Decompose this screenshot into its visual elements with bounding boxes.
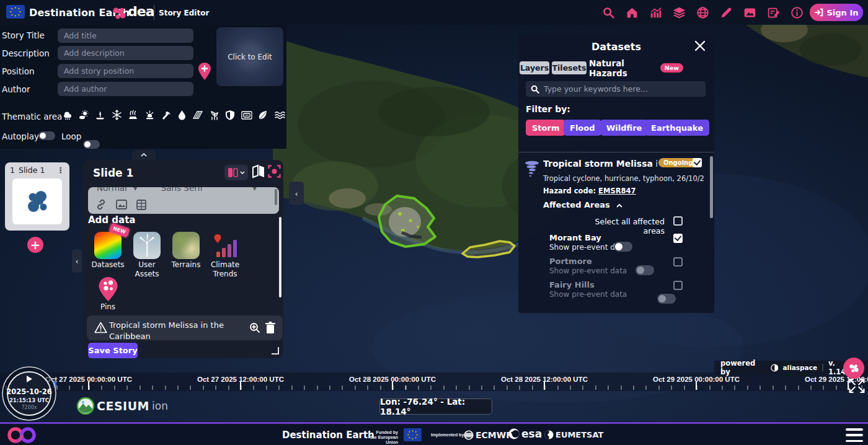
description-label: Description	[2, 48, 50, 58]
loop-label: Loop	[61, 131, 81, 141]
dataset-results-list: Tropical storm Melissa in... Ongoing Tro…	[518, 152, 714, 305]
filter-storm-button[interactable]: Storm	[526, 120, 565, 136]
chevron-up-icon	[141, 153, 147, 157]
info-icon[interactable]	[790, 6, 804, 19]
pre-event-toggle-portmore[interactable]	[636, 265, 654, 275]
preview-pages-icon[interactable]	[252, 164, 265, 179]
dea-feedback-button[interactable]	[843, 358, 864, 379]
area-checkbox-portmore[interactable]	[673, 257, 683, 267]
snow-icon[interactable]	[112, 110, 122, 120]
dataset-checkbox[interactable]	[693, 158, 702, 167]
media-image-icon[interactable]	[743, 6, 756, 19]
save-story-button[interactable]: Save Story	[88, 343, 138, 358]
add-datasets-tool[interactable]: NEW	[94, 232, 122, 259]
weather-icon[interactable]	[79, 110, 89, 120]
slide-thumbnail-image[interactable]	[12, 178, 62, 224]
slide-thumbnail-card[interactable]: 1 Slide 1 ⋮	[5, 162, 69, 231]
clock-date: 2025-10-26	[6, 387, 52, 396]
story-thumbnail-editor[interactable]: Click to Edit	[216, 27, 283, 86]
filter-wildfire-button[interactable]: Wildfire	[600, 120, 648, 136]
dea-placeholder-logo	[23, 187, 51, 216]
tab-tilesets[interactable]: Tilesets	[552, 61, 587, 74]
insert-video-icon[interactable]	[136, 200, 146, 210]
footer-menu-button[interactable]	[846, 428, 863, 442]
slides-collapse-button[interactable]: ‹	[72, 249, 82, 273]
pre-event-toggle-morant-bay[interactable]	[614, 242, 632, 252]
position-input[interactable]	[58, 64, 193, 78]
description-input[interactable]	[58, 46, 193, 60]
slide-menu-kebab-icon[interactable]: ⋮	[57, 165, 65, 175]
map-icon[interactable]	[241, 110, 252, 120]
fullscreen-expand-icon[interactable]	[848, 378, 866, 394]
editor-scrollbar[interactable]	[279, 217, 281, 297]
mining-icon[interactable]	[161, 110, 171, 120]
home-icon[interactable]	[626, 6, 639, 19]
coastal-icon[interactable]	[95, 110, 105, 120]
ongoing-status-badge: Ongoing	[658, 158, 698, 167]
cesium-ion-attribution[interactable]: CESIUM ion	[77, 397, 168, 415]
zoom-to-dataset-icon[interactable]	[249, 322, 260, 333]
water-drop-icon[interactable]	[177, 110, 187, 120]
leaf-icon[interactable]	[258, 110, 268, 120]
editor-collapse-tab[interactable]	[132, 150, 156, 160]
editor-panel-collapse-button[interactable]: ‹	[289, 182, 304, 205]
statistics-icon[interactable]	[649, 6, 662, 19]
area-checkbox-fairy-hills[interactable]	[673, 281, 683, 290]
loop-toggle[interactable]	[83, 140, 100, 149]
close-icon[interactable]	[694, 40, 706, 51]
globe-icon[interactable]	[696, 6, 709, 19]
cesium-wordmark: CESIUM	[97, 399, 149, 413]
slide-layout-select[interactable]	[224, 165, 248, 180]
app-title: Story Editor	[159, 9, 209, 17]
pre-event-toggle-fairy-hills[interactable]	[657, 294, 676, 304]
thematic-icons-row	[62, 110, 286, 120]
add-terrains-tool[interactable]	[172, 232, 200, 259]
climate-trends-icon	[211, 232, 239, 259]
slide-dataset-item[interactable]: Tropical storm Melissa in theCaribbean	[87, 315, 283, 340]
area-checkbox-morant-bay[interactable]	[673, 234, 683, 243]
add-slide-button[interactable]: +	[27, 237, 43, 253]
add-pins-tool[interactable]	[98, 276, 118, 302]
edit-pencil-icon[interactable]	[720, 6, 733, 19]
waves-icon[interactable]	[275, 110, 286, 120]
top-navbar: Destination Earth dea Story Editor Sign …	[0, 0, 868, 25]
stories-icon[interactable]	[767, 6, 780, 19]
paragraph-style-select[interactable]: Normal	[97, 187, 127, 193]
insert-link-icon[interactable]	[95, 199, 107, 210]
delete-dataset-icon[interactable]	[265, 322, 275, 333]
dataset-search-input[interactable]	[544, 84, 701, 94]
tab-natural-hazards[interactable]: Natural Hazards New	[589, 61, 683, 74]
emergency-icon[interactable]	[144, 110, 155, 120]
autoplay-toggle[interactable]	[38, 131, 55, 140]
tool-label-datasets: Datasets	[88, 260, 128, 270]
story-metadata-panel: Story Title Description Position Author …	[0, 25, 286, 149]
datasets-scrollbar[interactable]	[710, 156, 713, 218]
affected-areas-toggle[interactable]: Affected Areas	[543, 200, 622, 209]
search-icon[interactable]	[602, 6, 615, 19]
animation-clock-widget[interactable]: 2025-10-26 21:15:13 UTC 7200x	[1, 366, 57, 421]
select-all-checkbox[interactable]	[673, 216, 683, 226]
toolbar-scrollbar[interactable]	[275, 189, 277, 205]
sign-in-button[interactable]: Sign In	[810, 4, 863, 21]
layers-icon[interactable]	[673, 6, 686, 19]
add-climate-trends-tool[interactable]	[211, 232, 239, 259]
precipitation-icon[interactable]	[62, 110, 73, 120]
crops-icon[interactable]	[210, 110, 219, 120]
story-title-input[interactable]	[58, 29, 193, 43]
filter-flood-button[interactable]: Flood	[564, 120, 601, 136]
focus-view-icon[interactable]	[268, 165, 281, 178]
add-user-assets-tool[interactable]	[133, 232, 161, 259]
panel-resize-handle[interactable]	[272, 347, 279, 355]
eu-flag-icon	[6, 5, 25, 19]
font-family-select[interactable]: Sans Serif	[161, 187, 203, 193]
author-input[interactable]	[58, 82, 193, 96]
geothermal-icon[interactable]	[128, 110, 138, 120]
dataset-result-title[interactable]: Tropical storm Melissa in...	[543, 159, 657, 169]
filter-earthquake-button[interactable]: Earthquake	[645, 120, 709, 136]
add-position-pin-icon[interactable]	[198, 62, 211, 81]
agriculture-icon[interactable]	[192, 110, 203, 120]
hazard-code-link[interactable]: EMSR847	[598, 187, 636, 195]
shield-icon[interactable]	[225, 110, 235, 120]
tab-layers[interactable]: Layers	[520, 61, 549, 74]
insert-image-icon[interactable]	[116, 200, 127, 209]
